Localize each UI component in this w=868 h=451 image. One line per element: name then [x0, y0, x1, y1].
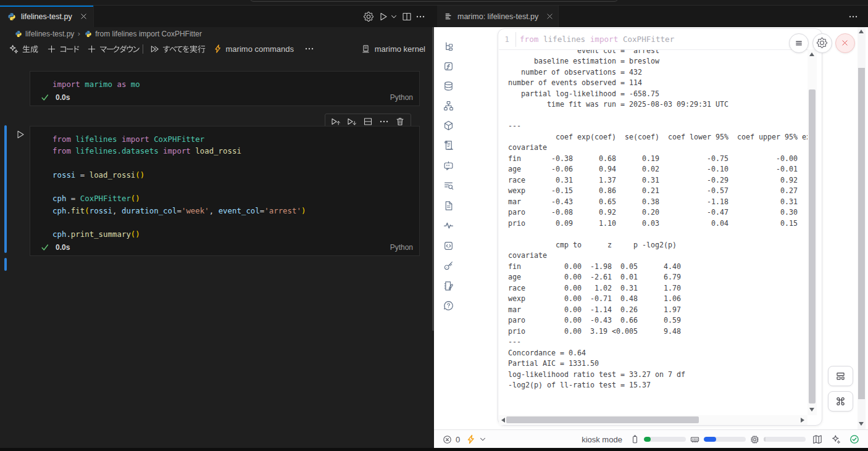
notebook-cell-2[interactable]: from lifelines import CoxPHFitter from l… — [30, 126, 420, 256]
add-markdown-button[interactable] — [84, 41, 143, 56]
add-code-button[interactable] — [44, 41, 83, 56]
run-all-icon — [150, 44, 159, 54]
error-count: 0 — [456, 435, 460, 444]
marimo-webview: 1 from lifelines import CoxPHFitter even… — [434, 27, 868, 448]
execute-above-icon[interactable] — [331, 117, 341, 126]
scroll-up-arrow-icon[interactable] — [859, 30, 864, 33]
marimo-commands-button[interactable]: marimo commands — [211, 41, 298, 56]
error-indicator[interactable]: 0 — [443, 430, 460, 449]
datasources-icon[interactable] — [443, 81, 454, 91]
python-icon — [7, 12, 17, 22]
memory-icon — [690, 435, 699, 444]
add-markdown-label — [100, 45, 140, 53]
editor-actions — [364, 6, 425, 27]
cpu-icon — [750, 435, 759, 444]
dependency-graph-icon[interactable] — [443, 101, 454, 111]
settings-button[interactable] — [812, 33, 832, 53]
scroll-up-arrow-icon[interactable] — [809, 52, 814, 56]
breadcrumb-symbol[interactable]: from lifelines import CoxPHFitter — [95, 30, 202, 38]
minimap-button[interactable] — [812, 430, 822, 449]
ai-sparkles-button[interactable] — [831, 430, 841, 449]
kernel-picker[interactable]: marimo kernel — [361, 41, 425, 57]
zap-icon — [214, 44, 222, 53]
keyboard-shortcuts-button[interactable] — [828, 391, 853, 412]
notebook-toolbar: marimo commands marimo kernel — [0, 41, 434, 57]
cell-1-code[interactable]: import marimo as mo — [30, 72, 419, 90]
ai-chat-icon[interactable] — [443, 160, 454, 171]
run-all-button[interactable] — [147, 41, 209, 56]
kernel-label: marimo kernel — [375, 44, 425, 54]
help-icon[interactable] — [443, 300, 454, 311]
runtime-settings[interactable] — [466, 430, 487, 449]
kernel-icon — [361, 44, 370, 54]
marimo-cell-editor[interactable]: 1 from lifelines import CoxPHFitter — [498, 29, 822, 49]
split-cell-icon[interactable] — [363, 117, 373, 126]
marimo-commands-label: marimo commands — [226, 44, 294, 54]
scroll-left-arrow-icon[interactable] — [501, 418, 505, 423]
shutdown-button[interactable] — [835, 33, 855, 53]
run-cell-button[interactable] — [15, 130, 25, 139]
cell-2-language[interactable]: Python — [390, 243, 413, 252]
more-actions-icon[interactable] — [415, 12, 425, 22]
marimo-cell-code[interactable]: from lifelines import CoxPHFitter — [516, 35, 674, 44]
connection-status[interactable] — [849, 430, 859, 449]
more-actions-icon[interactable] — [848, 12, 858, 22]
output-horizontal-scrollbar[interactable] — [499, 415, 807, 425]
search-logs-icon[interactable] — [443, 180, 454, 191]
cell-2-code[interactable]: from lifelines import CoxPHFitter from l… — [30, 126, 419, 241]
tab-close-icon[interactable] — [80, 12, 88, 20]
notebook-cell-1[interactable]: import marimo as mo 0.0s Python — [30, 71, 420, 106]
tab-divider — [93, 6, 94, 27]
split-editor-icon[interactable] — [402, 12, 412, 22]
run-dropdown-icon[interactable] — [390, 12, 398, 21]
scroll-right-arrow-icon[interactable] — [801, 418, 804, 423]
page-scrollbar[interactable] — [858, 27, 866, 429]
execute-below-icon[interactable] — [347, 117, 357, 126]
panel-layout-icon — [835, 371, 846, 381]
scratchpad-icon[interactable] — [443, 281, 454, 291]
snippets-icon[interactable] — [443, 241, 454, 251]
cell-2-exec-time: 0.0s — [56, 243, 70, 252]
secrets-icon[interactable] — [443, 260, 454, 271]
generate-button[interactable] — [6, 41, 41, 56]
tracing-icon[interactable] — [443, 220, 454, 231]
tab-close-icon[interactable] — [546, 12, 554, 20]
command-center[interactable] — [249, 0, 619, 2]
cell-1-language[interactable]: Python — [390, 93, 413, 102]
logs-icon[interactable] — [443, 140, 454, 151]
cell-menu-button[interactable] — [789, 33, 809, 53]
panel-layout-button[interactable] — [828, 366, 853, 386]
python-icon — [15, 30, 22, 38]
output-vertical-scrollbar[interactable] — [807, 49, 817, 415]
tab-label: lifelines-test.py — [21, 12, 72, 21]
output-vscroll-thumb[interactable] — [809, 89, 816, 403]
scroll-down-arrow-icon[interactable] — [809, 408, 814, 412]
documentation-icon[interactable] — [443, 201, 454, 211]
packages-icon[interactable] — [443, 120, 454, 131]
map-icon — [812, 434, 822, 444]
file-explorer-icon[interactable] — [443, 41, 454, 52]
cell-output[interactable]: event col = 'arrest' baseline estimation… — [499, 49, 808, 415]
page-scroll-thumb[interactable] — [858, 68, 865, 399]
delete-cell-icon[interactable] — [395, 117, 405, 126]
settings-gear-icon[interactable] — [364, 12, 373, 22]
functions-icon[interactable] — [443, 61, 454, 72]
command-icon — [835, 396, 846, 407]
marimo-icon — [444, 12, 453, 21]
output-hscroll-thumb[interactable] — [506, 416, 699, 423]
battery-meter-fill — [644, 437, 651, 442]
breadcrumb[interactable]: lifelines-test.py › from lifelines impor… — [0, 27, 434, 41]
breadcrumb-file[interactable]: lifelines-test.py — [25, 30, 74, 38]
tab-lifelines-test[interactable]: lifelines-test.py — [0, 6, 94, 27]
tab-marimo-preview[interactable]: marimo: lifelines-test.py — [437, 6, 559, 27]
success-check-icon — [41, 243, 49, 252]
run-cell-icon[interactable] — [378, 12, 388, 22]
run-all-label — [163, 45, 206, 53]
toolbar-more-button[interactable] — [301, 41, 317, 56]
tab-label: marimo: lifelines-test.py — [457, 12, 538, 21]
memory-meter-fill — [704, 437, 716, 442]
memory-meter — [690, 430, 746, 449]
cell-1-exec-time: 0.0s — [56, 93, 70, 102]
scroll-down-arrow-icon[interactable] — [859, 422, 864, 426]
more-icon[interactable] — [379, 117, 389, 126]
